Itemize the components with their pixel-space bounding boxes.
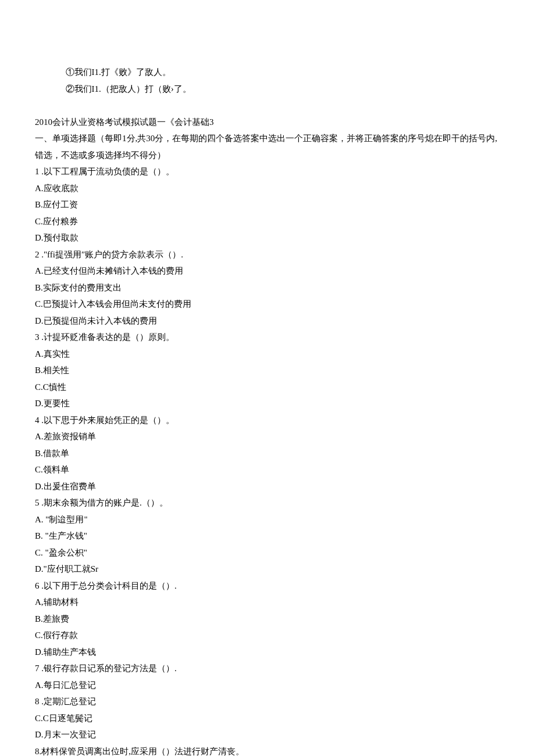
q3-option-c: C.C慎性: [35, 379, 500, 396]
q7-option-c: C.C日逐笔鬓记: [35, 710, 500, 727]
q6-option-a: A,辅助材料: [35, 594, 500, 611]
top-examples: ①我们I1.打《败》了敌人。 ②我们I1.（把敌人）打（败›了。: [35, 64, 500, 97]
q4-stem: 4 .以下思于外来展始凭正的是（）。: [35, 412, 500, 429]
q5-option-c: C. "盈余公枳": [35, 544, 500, 561]
q2-option-c: C.巴预提计入本钱会用但尚未支付的费用: [35, 296, 500, 313]
q5-stem: 5 .期末余额为借方的账户是.（）。: [35, 495, 500, 511]
q7-stem: 7 .银行存款日记系的登记方法是（）.: [35, 660, 500, 677]
q3-option-a: A.真实性: [35, 346, 500, 363]
example-line-1: ①我们I1.打《败》了敌人。: [66, 64, 501, 81]
q3-stem: 3 .计提环贬准备表达的是（）原则。: [35, 329, 500, 346]
q5-option-d: D."应付职工就Sr: [35, 561, 500, 578]
q6-stem: 6 .以下用于总分类会计科目的是（）.: [35, 578, 500, 594]
q3-option-b: B.相关性: [35, 362, 500, 379]
q2-option-a: A.已经支付但尚未摊销计入本钱的费用: [35, 263, 500, 280]
q7-option-d: D.月末一次登记: [35, 726, 500, 743]
spacer: [35, 97, 500, 114]
q4-option-b: B.借款单: [35, 445, 500, 462]
q5-option-b: B. "生产水钱": [35, 528, 500, 544]
q6-option-d: D.辅助生产本钱: [35, 644, 500, 661]
q1-option-d: D.预付取款: [35, 230, 500, 246]
q7-option-b: 8 .定期汇总登记: [35, 693, 500, 710]
q4-option-d: D.出爰住宿费单: [35, 478, 500, 495]
doc-title: 2010会计从业资格考试模拟试题一《会计基础3: [35, 114, 500, 131]
q6-option-b: B.差旅费: [35, 611, 500, 628]
q1-option-c: C.应付粮券: [35, 213, 500, 230]
q4-option-c: C.领料单: [35, 461, 500, 478]
q1-option-a: A.应收底款: [35, 180, 500, 197]
q1-option-b: B.应付工资: [35, 196, 500, 213]
q3-option-d: D.更要性: [35, 395, 500, 412]
q6-option-c: C.假行存款: [35, 627, 500, 644]
example-line-2: ②我们I1.（把敌人）打（败›了。: [66, 81, 501, 98]
section-instruction: 一、单项选择题（每即1分,共30分，在每期的四个备选答案中选出一个正确容案，并将…: [35, 130, 500, 163]
q4-option-a: A.差旅资报销单: [35, 428, 500, 445]
q2-option-d: D.已预提但尚未计入本钱的费用: [35, 313, 500, 329]
q2-stem: 2 ."ffi提强用″账户的贷方余款表示（）.: [35, 246, 500, 263]
q1-stem: 1 .以下工程属于流动负债的是（）。: [35, 163, 500, 180]
q7-option-a: A.每日汇总登记: [35, 677, 500, 694]
q2-option-b: B.实际支付的费用支出: [35, 280, 500, 296]
q5-option-a: A. "制迨型用": [35, 511, 500, 528]
q8-stem: 8.材料保管员调离出位时,应采用（）法进行财产清丧。: [35, 743, 500, 757]
